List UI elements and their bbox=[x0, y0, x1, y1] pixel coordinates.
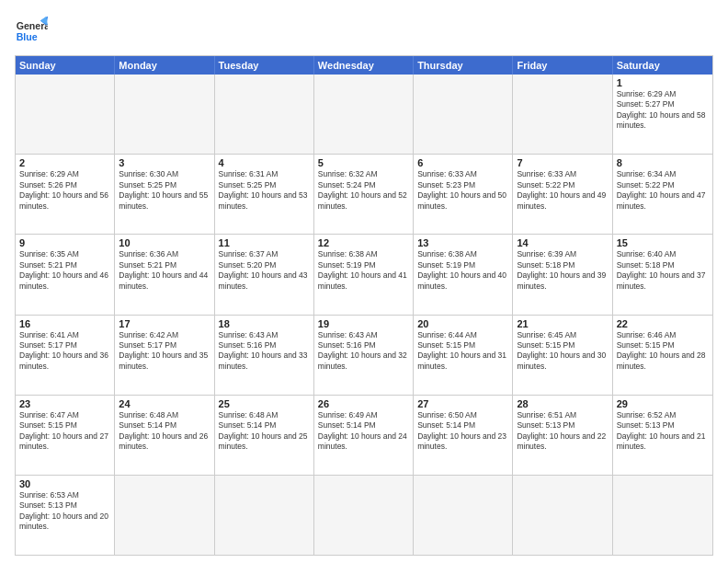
calendar-cell: 1Sunrise: 6:29 AMSunset: 5:27 PMDaylight… bbox=[613, 75, 712, 154]
weekday-header: Friday bbox=[513, 56, 612, 75]
calendar-cell: 13Sunrise: 6:38 AMSunset: 5:19 PMDayligh… bbox=[414, 235, 513, 314]
calendar-cell: 21Sunrise: 6:45 AMSunset: 5:15 PMDayligh… bbox=[513, 316, 612, 395]
calendar: SundayMondayTuesdayWednesdayThursdayFrid… bbox=[15, 55, 713, 556]
day-number: 16 bbox=[19, 318, 110, 329]
sun-info: Sunrise: 6:29 AMSunset: 5:26 PMDaylight:… bbox=[19, 169, 110, 212]
day-number: 26 bbox=[318, 398, 409, 409]
calendar-cell: 22Sunrise: 6:46 AMSunset: 5:15 PMDayligh… bbox=[613, 316, 712, 395]
calendar-cell: 3Sunrise: 6:30 AMSunset: 5:25 PMDaylight… bbox=[115, 155, 214, 234]
calendar-row: 1Sunrise: 6:29 AMSunset: 5:27 PMDaylight… bbox=[16, 75, 712, 154]
calendar-cell: 6Sunrise: 6:33 AMSunset: 5:23 PMDaylight… bbox=[414, 155, 513, 234]
calendar-cell: 7Sunrise: 6:33 AMSunset: 5:22 PMDaylight… bbox=[513, 155, 612, 234]
day-number: 15 bbox=[617, 237, 709, 248]
day-number: 9 bbox=[19, 237, 110, 248]
calendar-row: 23Sunrise: 6:47 AMSunset: 5:15 PMDayligh… bbox=[16, 395, 712, 475]
sun-info: Sunrise: 6:38 AMSunset: 5:19 PMDaylight:… bbox=[417, 249, 508, 292]
calendar-cell: 11Sunrise: 6:37 AMSunset: 5:20 PMDayligh… bbox=[215, 235, 314, 314]
calendar-row: 2Sunrise: 6:29 AMSunset: 5:26 PMDaylight… bbox=[16, 154, 712, 234]
sun-info: Sunrise: 6:33 AMSunset: 5:22 PMDaylight:… bbox=[517, 169, 608, 212]
day-number: 21 bbox=[517, 318, 608, 329]
calendar-cell bbox=[115, 476, 214, 555]
day-number: 6 bbox=[417, 157, 508, 168]
sun-info: Sunrise: 6:50 AMSunset: 5:14 PMDaylight:… bbox=[417, 410, 508, 453]
calendar-cell bbox=[215, 75, 314, 154]
calendar-cell bbox=[613, 476, 712, 555]
sun-info: Sunrise: 6:36 AMSunset: 5:21 PMDaylight:… bbox=[119, 249, 210, 292]
sun-info: Sunrise: 6:29 AMSunset: 5:27 PMDaylight:… bbox=[617, 89, 709, 132]
day-number: 25 bbox=[219, 398, 310, 409]
generalblue-icon: General Blue bbox=[15, 15, 48, 48]
calendar-cell: 30Sunrise: 6:53 AMSunset: 5:13 PMDayligh… bbox=[16, 476, 115, 555]
sun-info: Sunrise: 6:34 AMSunset: 5:22 PMDaylight:… bbox=[617, 169, 709, 212]
sun-info: Sunrise: 6:52 AMSunset: 5:13 PMDaylight:… bbox=[617, 410, 709, 453]
calendar-cell: 4Sunrise: 6:31 AMSunset: 5:25 PMDaylight… bbox=[215, 155, 314, 234]
day-number: 18 bbox=[219, 318, 310, 329]
calendar-cell bbox=[414, 75, 513, 154]
calendar-cell: 16Sunrise: 6:41 AMSunset: 5:17 PMDayligh… bbox=[16, 316, 115, 395]
calendar-cell bbox=[314, 75, 414, 154]
day-number: 19 bbox=[318, 318, 409, 329]
calendar-cell: 10Sunrise: 6:36 AMSunset: 5:21 PMDayligh… bbox=[115, 235, 214, 314]
calendar-cell: 26Sunrise: 6:49 AMSunset: 5:14 PMDayligh… bbox=[314, 396, 414, 475]
day-number: 5 bbox=[318, 157, 409, 168]
weekday-header: Thursday bbox=[414, 56, 513, 75]
sun-info: Sunrise: 6:51 AMSunset: 5:13 PMDaylight:… bbox=[517, 410, 608, 453]
sun-info: Sunrise: 6:31 AMSunset: 5:25 PMDaylight:… bbox=[219, 169, 310, 212]
day-number: 17 bbox=[119, 318, 210, 329]
calendar-cell bbox=[215, 476, 314, 555]
calendar-cell bbox=[16, 75, 115, 154]
calendar-cell: 5Sunrise: 6:32 AMSunset: 5:24 PMDaylight… bbox=[314, 155, 414, 234]
sun-info: Sunrise: 6:45 AMSunset: 5:15 PMDaylight:… bbox=[517, 330, 608, 373]
day-number: 20 bbox=[417, 318, 508, 329]
calendar-cell: 17Sunrise: 6:42 AMSunset: 5:17 PMDayligh… bbox=[115, 316, 214, 395]
day-number: 4 bbox=[219, 157, 310, 168]
sun-info: Sunrise: 6:41 AMSunset: 5:17 PMDaylight:… bbox=[19, 330, 110, 373]
calendar-cell: 12Sunrise: 6:38 AMSunset: 5:19 PMDayligh… bbox=[314, 235, 414, 314]
day-number: 30 bbox=[19, 478, 110, 489]
calendar-cell: 23Sunrise: 6:47 AMSunset: 5:15 PMDayligh… bbox=[16, 396, 115, 475]
day-number: 8 bbox=[617, 157, 709, 168]
weekday-header: Sunday bbox=[16, 56, 115, 75]
weekday-header: Tuesday bbox=[215, 56, 314, 75]
sun-info: Sunrise: 6:42 AMSunset: 5:17 PMDaylight:… bbox=[119, 330, 210, 373]
day-number: 13 bbox=[417, 237, 508, 248]
calendar-cell: 9Sunrise: 6:35 AMSunset: 5:21 PMDaylight… bbox=[16, 235, 115, 314]
calendar-cell: 2Sunrise: 6:29 AMSunset: 5:26 PMDaylight… bbox=[16, 155, 115, 234]
sun-info: Sunrise: 6:47 AMSunset: 5:15 PMDaylight:… bbox=[19, 410, 110, 453]
calendar-cell: 15Sunrise: 6:40 AMSunset: 5:18 PMDayligh… bbox=[613, 235, 712, 314]
day-number: 28 bbox=[517, 398, 608, 409]
weekday-header: Wednesday bbox=[314, 56, 414, 75]
sun-info: Sunrise: 6:48 AMSunset: 5:14 PMDaylight:… bbox=[119, 410, 210, 453]
day-number: 1 bbox=[617, 77, 709, 88]
weekday-header: Monday bbox=[115, 56, 214, 75]
calendar-cell: 8Sunrise: 6:34 AMSunset: 5:22 PMDaylight… bbox=[613, 155, 712, 234]
sun-info: Sunrise: 6:49 AMSunset: 5:14 PMDaylight:… bbox=[318, 410, 409, 453]
sun-info: Sunrise: 6:30 AMSunset: 5:25 PMDaylight:… bbox=[119, 169, 210, 212]
calendar-cell: 19Sunrise: 6:43 AMSunset: 5:16 PMDayligh… bbox=[314, 316, 414, 395]
sun-info: Sunrise: 6:32 AMSunset: 5:24 PMDaylight:… bbox=[318, 169, 409, 212]
calendar-cell bbox=[115, 75, 214, 154]
day-number: 23 bbox=[19, 398, 110, 409]
day-number: 10 bbox=[119, 237, 210, 248]
page: General Blue SundayMondayTuesdayWednesda… bbox=[0, 0, 728, 563]
day-number: 24 bbox=[119, 398, 210, 409]
calendar-cell: 28Sunrise: 6:51 AMSunset: 5:13 PMDayligh… bbox=[513, 396, 612, 475]
calendar-cell: 29Sunrise: 6:52 AMSunset: 5:13 PMDayligh… bbox=[613, 396, 712, 475]
day-number: 2 bbox=[19, 157, 110, 168]
calendar-row: 9Sunrise: 6:35 AMSunset: 5:21 PMDaylight… bbox=[16, 234, 712, 314]
day-number: 27 bbox=[417, 398, 508, 409]
calendar-row: 30Sunrise: 6:53 AMSunset: 5:13 PMDayligh… bbox=[16, 475, 712, 555]
day-number: 3 bbox=[119, 157, 210, 168]
calendar-header: SundayMondayTuesdayWednesdayThursdayFrid… bbox=[16, 56, 712, 75]
calendar-cell bbox=[513, 75, 612, 154]
day-number: 11 bbox=[219, 237, 310, 248]
day-number: 29 bbox=[617, 398, 709, 409]
header: General Blue bbox=[15, 15, 713, 48]
day-number: 12 bbox=[318, 237, 409, 248]
sun-info: Sunrise: 6:44 AMSunset: 5:15 PMDaylight:… bbox=[417, 330, 508, 373]
sun-info: Sunrise: 6:38 AMSunset: 5:19 PMDaylight:… bbox=[318, 249, 409, 292]
day-number: 7 bbox=[517, 157, 608, 168]
sun-info: Sunrise: 6:48 AMSunset: 5:14 PMDaylight:… bbox=[219, 410, 310, 453]
calendar-cell: 25Sunrise: 6:48 AMSunset: 5:14 PMDayligh… bbox=[215, 396, 314, 475]
sun-info: Sunrise: 6:40 AMSunset: 5:18 PMDaylight:… bbox=[617, 249, 709, 292]
